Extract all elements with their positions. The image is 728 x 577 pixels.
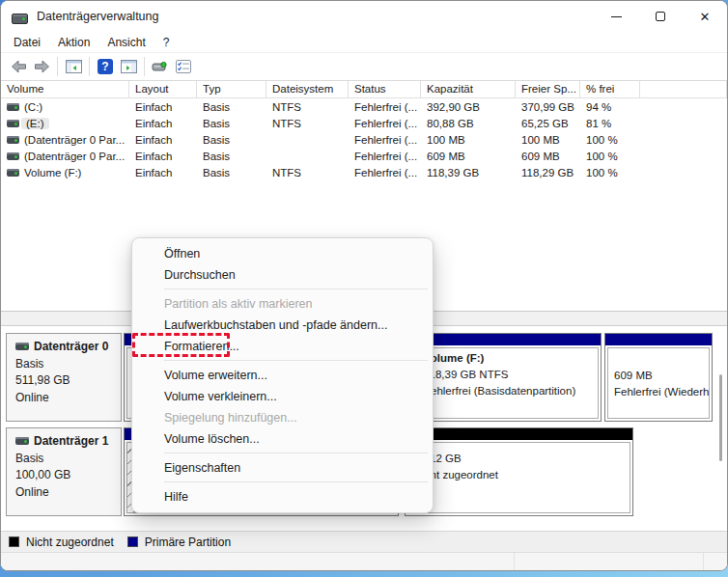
minimize-button[interactable] [594, 1, 638, 32]
disk1-name: Datenträger 1 [34, 434, 108, 448]
menu-item-durchsuchen[interactable]: Durchsuchen [132, 264, 433, 286]
maximize-button[interactable] [638, 1, 683, 32]
volume-context-menu: Öffnen Durchsuchen Partition als aktiv m… [131, 237, 434, 513]
partition-size: 118,39 GB NTFS [424, 367, 592, 383]
action-pane-icon[interactable] [117, 55, 140, 78]
table-row-partition-609mb[interactable]: (Datenträger 0 Par... Einfach Basis Fehl… [1, 148, 727, 164]
cell-kapazitaet: 392,90 GB [421, 101, 516, 113]
primary-partition-swatch [127, 536, 138, 547]
menu-item-volume-erweitern[interactable]: Volume erweitern... [132, 365, 433, 386]
menu-item-volume-verkleinern[interactable]: Volume verkleinern... [132, 386, 433, 407]
cell-freier-sp: 370,99 GB [516, 101, 580, 113]
volume-name-selected: (E:) [21, 118, 49, 129]
cell-freier-sp: 65,25 GB [516, 118, 580, 129]
drive-icon [7, 120, 19, 127]
cell-status: Fehlerfrei (... [349, 167, 421, 179]
disk1-type: Basis [15, 452, 121, 465]
console-tree-icon[interactable] [62, 55, 85, 78]
menu-separator [164, 360, 428, 361]
menu-item-hilfe[interactable]: Hilfe [132, 486, 433, 508]
disk0-partition-recovery[interactable]: 609 MB Fehlerfrei (Wiederherstellungspar… [604, 333, 713, 422]
table-row-e-selected[interactable]: (E:) Einfach Basis NTFS Fehlerfrei (... … [1, 115, 727, 131]
table-header-row: Volume Layout Typ Dateisystem Status Kap… [1, 81, 727, 98]
drive-icon [7, 136, 19, 144]
column-header-dateisystem[interactable]: Dateisystem [266, 81, 349, 97]
disk0-type: Basis [15, 357, 121, 371]
column-header-kapazitaet[interactable]: Kapazität [421, 81, 516, 97]
volume-name: (C:) [24, 101, 42, 113]
drive-icon [7, 169, 19, 177]
column-header-typ[interactable]: Typ [197, 81, 266, 97]
menu-ansicht[interactable]: Ansicht [98, 34, 154, 51]
back-arrow-icon[interactable] [7, 55, 30, 78]
column-header-volume[interactable]: Volume [1, 81, 129, 97]
vertical-scrollbar[interactable] [718, 332, 724, 525]
partition-status: Fehlerfrei (Wiederherstellungspartition) [614, 384, 703, 400]
cell-dateisystem: NTFS [266, 118, 349, 129]
menu-separator [164, 453, 428, 453]
forward-arrow-icon[interactable] [30, 55, 53, 78]
disk1-size: 100,00 GB [15, 468, 121, 481]
menu-separator [164, 288, 428, 289]
partition-body: 609 MB Fehlerfrei (Wiederherstellungspar… [607, 347, 710, 419]
cell-layout: Einfach [129, 151, 197, 162]
menu-hilfe[interactable]: ? [154, 34, 179, 51]
help-icon[interactable]: ? [94, 55, 117, 78]
cell-freier-sp: 100 MB [516, 134, 580, 146]
cell-prozent-frei: 100 % [580, 167, 640, 179]
cell-typ: Basis [197, 151, 266, 162]
menu-separator [164, 481, 428, 482]
cell-freier-sp: 609 MB [516, 151, 580, 162]
volume-name: (Datenträger 0 Par... [24, 134, 125, 146]
maximize-icon [656, 12, 665, 21]
legend-unallocated: Nicht zugeordnet [9, 536, 114, 549]
cell-layout: Einfach [129, 101, 197, 113]
toolbar-separator [144, 57, 145, 76]
legend-primary-label: Primäre Partition [145, 536, 231, 549]
menu-aktion[interactable]: Aktion [49, 34, 98, 51]
menu-item-oeffnen[interactable]: Öffnen [132, 243, 433, 264]
disk0-partition-f[interactable]: Volume (F:) 118,39 GB NTFS Fehlerfrei (B… [414, 333, 602, 422]
table-row-c[interactable]: (C:) Einfach Basis NTFS Fehlerfrei (... … [1, 98, 727, 115]
cell-typ: Basis [197, 118, 266, 129]
unallocated-size: 19,12 GB [414, 451, 624, 467]
close-button[interactable]: ✕ [683, 1, 727, 32]
toolbar: ? [1, 53, 727, 81]
disk-drive-icon [12, 11, 28, 22]
table-row-partition-100mb[interactable]: (Datenträger 0 Par... Einfach Basis Fehl… [1, 131, 727, 148]
menu-datei[interactable]: Datei [5, 34, 49, 51]
column-header-prozent-frei[interactable]: % frei [580, 81, 640, 97]
cell-kapazitaet: 118,39 GB [421, 167, 516, 179]
table-row-f[interactable]: Volume (F:) Einfach Basis NTFS Fehlerfre… [1, 164, 727, 180]
partition-status: Fehlerfrei (Basisdatenpartition) [424, 383, 592, 399]
legend-bar: Nicht zugeordnet Primäre Partition [1, 531, 727, 552]
column-header-status[interactable]: Status [349, 81, 421, 97]
partition-body: Volume (F:) 118,39 GB NTFS Fehlerfrei (B… [417, 347, 599, 419]
scrollbar-thumb[interactable] [719, 374, 722, 461]
menu-item-eigenschaften[interactable]: Eigenschaften [132, 457, 433, 479]
disk1-status: Online [15, 485, 121, 499]
cell-status: Fehlerfrei (... [349, 101, 421, 113]
drive-icon [7, 152, 19, 160]
disk0-status: Online [15, 391, 121, 404]
column-header-freier-sp[interactable]: Freier Sp... [516, 81, 580, 97]
cell-status: Fehlerfrei (... [349, 118, 421, 129]
primary-partition-header [415, 334, 601, 345]
disk1-label-panel[interactable]: Datenträger 1 Basis 100,00 GB Online [6, 427, 122, 516]
disk-console-icon[interactable] [149, 55, 172, 78]
cell-layout: Einfach [129, 167, 197, 179]
unallocated-swatch [9, 536, 19, 547]
disk0-label-panel[interactable]: Datenträger 0 Basis 511,98 GB Online [6, 333, 122, 422]
cell-layout: Einfach [129, 134, 197, 146]
menu-item-partition-aktiv: Partition als aktiv markieren [132, 293, 433, 315]
cell-kapazitaet: 80,88 GB [421, 118, 516, 129]
checklist-icon[interactable] [172, 55, 195, 78]
drive-icon [7, 103, 19, 111]
disk1-unallocated-region[interactable]: 19,12 GB Nicht zugeordnet [405, 427, 633, 516]
column-header-layout[interactable]: Layout [129, 81, 197, 97]
disk-management-window: Datenträgerverwaltung ✕ Datei Aktion Ans… [0, 0, 728, 571]
cell-layout: Einfach [129, 118, 197, 129]
menu-item-volume-loeschen[interactable]: Volume löschen... [132, 428, 433, 450]
volume-name: (Datenträger 0 Par... [24, 151, 125, 162]
window-title: Datenträgerverwaltung [37, 10, 158, 23]
